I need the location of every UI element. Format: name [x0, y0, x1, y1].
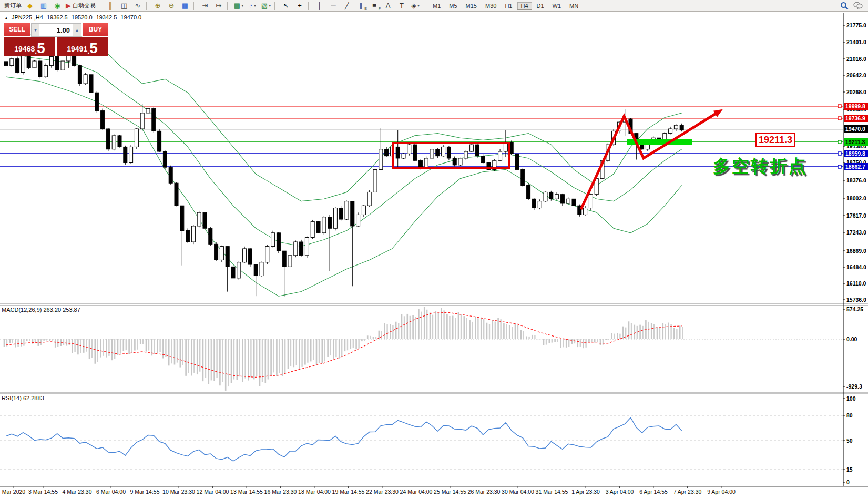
open-value: 19362.5	[47, 14, 68, 21]
macd-indicator-label: MACD(12,26,9) 263.20 253.87	[2, 307, 80, 313]
label-icon[interactable]: T	[395, 1, 408, 11]
bid-price-int: 19468	[14, 43, 35, 55]
channel-icon[interactable]: ∥E	[354, 1, 367, 11]
period-icon[interactable]: ◔▾	[246, 1, 259, 11]
svg-text:10 Mar 23:30: 10 Mar 23:30	[162, 488, 195, 495]
chart-area[interactable]: 21775.021401.021016.020642.020268.019883…	[0, 0, 868, 499]
svg-text:18376.0: 18376.0	[846, 177, 866, 184]
svg-text:21401.0: 21401.0	[846, 39, 866, 45]
svg-text:21775.0: 21775.0	[846, 22, 866, 28]
sell-button[interactable]: SELL	[4, 23, 30, 37]
timeframe-button-m15[interactable]: M15	[462, 2, 481, 10]
svg-text:18002.0: 18002.0	[846, 195, 866, 201]
zoom-out-icon[interactable]: ⊖	[165, 1, 178, 11]
new-chart-icon[interactable]: ▤▾	[232, 1, 245, 11]
svg-text:6 Apr 14:55: 6 Apr 14:55	[639, 488, 668, 495]
text-icon[interactable]: A	[382, 1, 394, 11]
svg-text:1 Apr 23:30: 1 Apr 23:30	[571, 488, 600, 495]
chart-window-icon[interactable]: ◆	[24, 1, 36, 11]
timeframe-button-m5[interactable]: M5	[445, 2, 461, 10]
svg-text:9 Apr 04:00: 9 Apr 04:00	[707, 488, 736, 495]
price-axis[interactable]: 21775.021401.021016.020642.020268.019883…	[843, 22, 868, 485]
svg-text:50: 50	[846, 437, 853, 444]
svg-text:19999.8: 19999.8	[845, 103, 865, 109]
timeframe-button-h4[interactable]: H4	[517, 2, 532, 10]
svg-text:Mar 2020: Mar 2020	[2, 488, 26, 495]
macd-panel	[0, 307, 843, 391]
price-level-annotation[interactable]: 19211.3	[755, 133, 795, 147]
cursor-icon[interactable]: ↖	[280, 1, 292, 11]
toolbar-separator	[424, 2, 427, 10]
buy-button[interactable]: BUY	[83, 23, 108, 37]
timeframe-button-d1[interactable]: D1	[533, 2, 548, 10]
timeframe-button-m1[interactable]: M1	[429, 2, 444, 10]
svg-text:30 Mar 04:00: 30 Mar 04:00	[502, 488, 534, 495]
auto-scroll-icon[interactable]: ↦	[212, 1, 225, 11]
svg-text:3 Mar 14:55: 3 Mar 14:55	[28, 488, 58, 495]
rsi-panel	[0, 415, 843, 470]
ask-price-dec: 5	[89, 42, 98, 55]
svg-text:19470.0: 19470.0	[845, 126, 865, 132]
svg-text:18 Mar 04:00: 18 Mar 04:00	[298, 488, 331, 495]
bar-chart-icon[interactable]: ║	[104, 1, 117, 11]
svg-text:100: 100	[846, 395, 856, 402]
trading-platform-window: { "toolbar": { "groups": [ {"items": [ {…	[0, 0, 868, 499]
volume-input[interactable]: 1.00	[39, 24, 73, 36]
bid-price-panel[interactable]: 19468.5	[4, 37, 55, 56]
fibonacci-icon[interactable]: ≡F	[368, 1, 381, 11]
search-icon[interactable]	[838, 1, 851, 11]
new-order-button[interactable]: 新订单	[2, 1, 23, 11]
time-axis[interactable]: Mar 20203 Mar 14:554 Mar 23:306 Mar 04:0…	[2, 486, 736, 495]
chart-expand-icon[interactable]: ▲	[4, 16, 8, 21]
svg-text:16 Mar 23:30: 16 Mar 23:30	[264, 488, 297, 495]
volume-increase-button[interactable]: ▲	[73, 24, 81, 36]
crosshair-icon[interactable]: +	[293, 1, 306, 11]
rsi-indicator-label: RSI(14) 62.2883	[2, 395, 44, 401]
svg-text:17617.0: 17617.0	[846, 212, 866, 219]
ohlc-info-line: ▲ JPN225-,H4 19362.5 19520.0 19342.5 194…	[4, 14, 144, 21]
vline-icon[interactable]: │	[313, 1, 326, 11]
ask-price-int: 19491	[67, 43, 87, 55]
svg-text:6 Mar 04:00: 6 Mar 04:00	[96, 488, 126, 495]
timeframe-button-mn[interactable]: MN	[566, 2, 582, 10]
ask-price-panel[interactable]: 19491.5	[57, 37, 108, 56]
svg-text:19736.9: 19736.9	[845, 115, 865, 121]
svg-text:13 Mar 14:55: 13 Mar 14:55	[230, 488, 263, 495]
svg-text:4 Mar 23:30: 4 Mar 23:30	[62, 488, 91, 495]
market-depth-icon[interactable]: ▥	[37, 1, 50, 11]
svg-text:3 Apr 04:00: 3 Apr 04:00	[606, 488, 634, 495]
high-value: 19520.0	[72, 14, 93, 21]
hline-icon[interactable]: ─	[327, 1, 340, 11]
chat-icon[interactable]	[852, 1, 864, 11]
one-click-trading-panel: SELL ▼ 1.00 ▲ BUY 19468.5 19491.5	[4, 23, 108, 56]
line-chart-icon[interactable]: ∿	[131, 1, 144, 11]
main-toolbar: 新订单◆▥◉▶自动交易║◫∿⊕⊖▦⇥↦▤▾◔▾▧▾↖+│─╱∥E≡FAT◈▾M1…	[0, 0, 868, 12]
arrows-icon[interactable]: ◈▾	[409, 1, 422, 11]
zoom-in-icon[interactable]: ⊕	[151, 1, 164, 11]
toolbar-separator	[227, 2, 230, 10]
svg-text:20268.0: 20268.0	[846, 89, 866, 95]
tile-windows-icon[interactable]: ▦	[179, 1, 191, 11]
signals-icon[interactable]: ◉	[51, 1, 64, 11]
timeframe-button-w1[interactable]: W1	[549, 2, 565, 10]
toolbar-separator	[99, 2, 102, 10]
bid-price-dec: 5	[37, 42, 45, 55]
svg-text:19211.3: 19211.3	[845, 139, 865, 145]
templates-icon[interactable]: ▧▾	[260, 1, 272, 11]
volume-decrease-button[interactable]: ▼	[32, 24, 39, 36]
trendline-icon[interactable]: ╱	[341, 1, 353, 11]
svg-text:18959.8: 18959.8	[845, 150, 865, 157]
turning-point-annotation[interactable]: 多空转折点	[713, 155, 808, 178]
toolbar-separator	[308, 2, 311, 10]
svg-text:25 Mar 14:55: 25 Mar 14:55	[434, 488, 466, 495]
svg-text:574.25: 574.25	[846, 306, 863, 312]
volume-box: ▼ 1.00 ▲	[31, 23, 81, 37]
svg-text:17243.0: 17243.0	[846, 229, 866, 236]
timeframe-button-m30[interactable]: M30	[482, 2, 500, 10]
candlestick-chart-icon[interactable]: ◫	[118, 1, 130, 11]
chart-shift-icon[interactable]: ⇥	[199, 1, 211, 11]
svg-text:16484.0: 16484.0	[846, 264, 866, 270]
autotrading-button[interactable]: ▶自动交易	[65, 1, 97, 11]
svg-text:0.00: 0.00	[846, 336, 857, 342]
timeframe-button-h1[interactable]: H1	[501, 2, 516, 10]
